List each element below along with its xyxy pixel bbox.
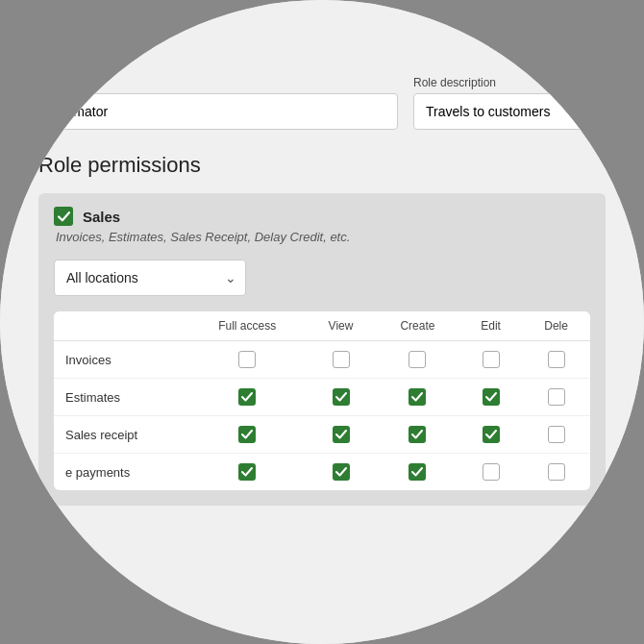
row-label: Estimates (54, 379, 188, 416)
sales-section: Sales Invoices, Estimates, Sales Receipt… (38, 193, 606, 506)
checkbox-create[interactable] (409, 388, 426, 406)
checkbox-create[interactable] (409, 463, 426, 481)
col-header-item (54, 311, 188, 341)
checkbox-view[interactable] (333, 388, 350, 406)
checkbox-delete[interactable] (548, 351, 565, 368)
checkbox-full_access[interactable] (238, 426, 256, 443)
permissions-table: Full access View Create Edit Dele Invoic… (54, 311, 590, 490)
checkbox-full_access[interactable] (238, 463, 256, 481)
table-row: Invoices (54, 341, 590, 379)
location-select[interactable]: All locations Location 1 Location 2 (54, 260, 246, 296)
checkbox-edit[interactable] (483, 388, 500, 406)
location-select-wrapper: All locations Location 1 Location 2 ⌄ (54, 260, 246, 296)
name-field-group: Name* (38, 76, 398, 130)
sales-label: Sales (83, 209, 120, 225)
name-input[interactable] (38, 93, 398, 130)
sales-description: Invoices, Estimates, Sales Receipt, Dela… (54, 230, 590, 244)
desc-input[interactable] (413, 93, 606, 130)
checkbox-full_access[interactable] (238, 388, 256, 406)
checkbox-edit[interactable] (483, 426, 500, 443)
checkbox-create[interactable] (409, 351, 426, 368)
col-header-view: View (306, 311, 375, 341)
checkbox-view[interactable] (333, 351, 350, 368)
table-row: e payments (54, 454, 590, 491)
col-header-edit: Edit (459, 311, 522, 341)
row-label: Sales receipt (54, 416, 188, 454)
name-label: Name* (38, 76, 398, 89)
role-permissions-title: Role permissions (38, 153, 606, 178)
checkbox-create[interactable] (409, 426, 426, 443)
col-header-create: Create (376, 311, 459, 341)
desc-field-group: Role description (413, 76, 606, 130)
table-row: Estimates (54, 379, 590, 416)
checkbox-edit[interactable] (483, 351, 500, 368)
checkbox-edit[interactable] (483, 463, 500, 481)
checkbox-delete[interactable] (548, 388, 565, 406)
sales-checkbox[interactable] (54, 207, 73, 226)
table-row: Sales receipt (54, 416, 590, 454)
sales-header: Sales (54, 207, 590, 226)
form-row: Name* Role description (38, 76, 606, 130)
row-label: e payments (54, 454, 188, 491)
top-note: it custom roles. (38, 48, 606, 62)
table-header-row: Full access View Create Edit Dele (54, 311, 590, 341)
desc-label: Role description (413, 76, 606, 89)
row-label: Invoices (54, 341, 188, 379)
checkbox-view[interactable] (333, 426, 350, 443)
col-header-delete: Dele (522, 311, 590, 341)
col-header-full-access: Full access (188, 311, 306, 341)
checkbox-delete[interactable] (548, 463, 565, 481)
checkbox-delete[interactable] (548, 426, 565, 443)
checkbox-view[interactable] (333, 463, 350, 481)
checkbox-full_access[interactable] (238, 351, 256, 368)
